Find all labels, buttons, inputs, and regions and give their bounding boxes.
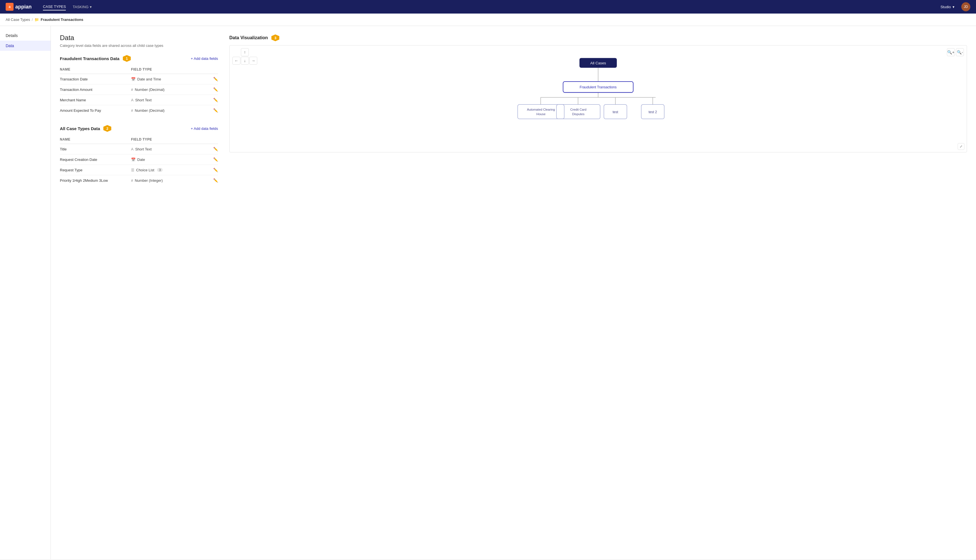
table-row: Priority 1High 2Medium 3Low # Number (In… xyxy=(60,175,218,186)
field-name: Merchant Name xyxy=(60,95,131,105)
viz-title: Data Visualization xyxy=(229,35,268,40)
edit-icon[interactable]: ✏️ xyxy=(213,178,218,183)
edit-icon[interactable]: ✏️ xyxy=(213,168,218,172)
field-name: Request Type xyxy=(60,165,131,175)
sidebar-item-details[interactable]: Details xyxy=(0,30,50,41)
zoom-out-button[interactable]: 🔍- xyxy=(956,48,964,56)
svg-text:test: test xyxy=(612,110,618,114)
nav-left-button[interactable]: ← xyxy=(232,57,240,65)
svg-text:test 2: test 2 xyxy=(648,110,657,114)
avatar[interactable]: JD xyxy=(961,2,970,11)
field-type-cell: # Number (Decimal) xyxy=(131,105,202,116)
nav-down-button[interactable]: ↓ xyxy=(241,57,249,65)
content-area: Data Category level data fields are shar… xyxy=(51,26,976,559)
svg-text:Disputes: Disputes xyxy=(572,112,585,116)
field-type-cell: 📅 Date and Time xyxy=(131,74,202,84)
field-type-label: Number (Decimal) xyxy=(135,108,164,113)
table-row: Transaction Date 📅 Date and Time ✏️ xyxy=(60,74,218,84)
appian-logo: a appian xyxy=(6,3,32,11)
field-name: Transaction Date xyxy=(60,74,131,84)
svg-rect-20 xyxy=(556,105,600,119)
field-type-cell: ☰ Choice List 3 xyxy=(131,165,202,175)
field-type-label: Choice List xyxy=(136,168,154,172)
chevron-down-icon: ▾ xyxy=(953,5,954,9)
field-type-label: Short Text xyxy=(135,98,152,102)
col-header-type-1: Field Type xyxy=(131,66,202,74)
viz-header: Data Visualization 3 xyxy=(229,34,967,42)
col-header-type-2: Field Type xyxy=(131,136,202,144)
right-panel: Data Visualization 3 ↑ ← ↓ xyxy=(229,34,967,551)
page-title: Data xyxy=(60,34,218,42)
hash-icon: # xyxy=(131,88,133,92)
field-name: Priority 1High 2Medium 3Low xyxy=(60,175,131,186)
text-icon: A xyxy=(131,147,133,151)
add-data-fields-fraudulent[interactable]: + Add data fields xyxy=(191,57,218,61)
edit-icon[interactable]: ✏️ xyxy=(213,157,218,162)
table-row: Merchant Name A Short Text ✏️ xyxy=(60,95,218,105)
table-row: Request Creation Date 📅 Date ✏️ xyxy=(60,154,218,165)
section-title-row: Fraudulent Transactions Data 1 xyxy=(60,55,131,62)
field-type-label: Date and Time xyxy=(137,77,161,81)
field-type-cell: A Short Text xyxy=(131,144,202,154)
edit-icon[interactable]: ✏️ xyxy=(213,77,218,81)
breadcrumb-current: 📁 Fraudulent Transactions xyxy=(35,18,83,22)
sidebar-item-data[interactable]: Data xyxy=(0,41,50,51)
breadcrumb-link-all[interactable]: All Case Types xyxy=(6,18,30,22)
field-name: Request Creation Date xyxy=(60,154,131,165)
hash-icon: # xyxy=(131,178,133,183)
table-row: Amount Expected To Pay # Number (Decimal… xyxy=(60,105,218,116)
fraudulent-section: Fraudulent Transactions Data 1 + Add dat… xyxy=(60,55,218,115)
svg-rect-17 xyxy=(518,105,564,119)
svg-text:House: House xyxy=(536,112,546,116)
table-row: Request Type ☰ Choice List 3 ✏️ xyxy=(60,165,218,175)
col-header-action-2 xyxy=(202,136,218,144)
all-cases-data-table: Name Field Type Title A Short Text xyxy=(60,136,218,185)
viz-container: ↑ ← ↓ → 🔍+ 🔍- ⤢ xyxy=(229,45,967,152)
table-row: Title A Short Text ✏️ xyxy=(60,144,218,154)
viz-nav-controls: ↑ ← ↓ → xyxy=(232,48,257,65)
field-type-label: Number (Decimal) xyxy=(135,88,164,92)
section-header-all-cases: All Case Types Data 2 + Add data fields xyxy=(60,125,218,132)
zoom-in-button[interactable]: 🔍+ xyxy=(947,48,955,56)
add-data-fields-all-cases[interactable]: + Add data fields xyxy=(191,127,218,131)
col-header-name-1: Name xyxy=(60,66,131,74)
choice-list-count: 3 xyxy=(157,168,163,172)
table-row: Transaction Amount # Number (Decimal) ✏️ xyxy=(60,84,218,95)
nav-tasking[interactable]: TASKING ▾ xyxy=(73,4,92,10)
field-type-cell: # Number (Decimal) xyxy=(131,84,202,95)
svg-text:Credit Card: Credit Card xyxy=(570,108,586,111)
text-icon: A xyxy=(131,98,133,102)
field-type-cell: 📅 Date xyxy=(131,154,202,165)
calendar-icon: 📅 xyxy=(131,158,135,162)
edit-icon[interactable]: ✏️ xyxy=(213,87,218,92)
breadcrumb-separator: / xyxy=(32,18,33,22)
logo-text: appian xyxy=(15,4,32,10)
fraudulent-data-table: Name Field Type Transaction Date 📅 Date xyxy=(60,66,218,115)
svg-text:2: 2 xyxy=(107,127,108,131)
svg-text:All Cases: All Cases xyxy=(590,61,606,65)
edit-icon[interactable]: ✏️ xyxy=(213,98,218,102)
logo-icon: a xyxy=(6,3,13,11)
section-title-row-2: All Case Types Data 2 xyxy=(60,125,112,132)
field-type-label: Number (Integer) xyxy=(135,178,163,183)
field-type-label: Date xyxy=(137,158,145,162)
page-subtitle: Category level data fields are shared ac… xyxy=(60,43,218,48)
field-name: Transaction Amount xyxy=(60,84,131,95)
studio-button[interactable]: Studio ▾ xyxy=(941,5,954,9)
hash-icon: # xyxy=(131,108,133,113)
edit-icon[interactable]: ✏️ xyxy=(213,147,218,151)
main-layout: Details Data Data Category level data fi… xyxy=(0,26,976,559)
badge-3: 3 xyxy=(271,34,280,42)
nav-right-button[interactable]: → xyxy=(249,57,257,65)
expand-button[interactable]: ⤢ xyxy=(958,143,964,150)
section-header-fraudulent: Fraudulent Transactions Data 1 + Add dat… xyxy=(60,55,218,62)
svg-text:3: 3 xyxy=(274,36,276,40)
svg-text:Automated Clearing: Automated Clearing xyxy=(527,108,555,111)
viz-zoom-controls: 🔍+ 🔍- xyxy=(947,48,964,56)
edit-icon[interactable]: ✏️ xyxy=(213,108,218,113)
list-icon: ☰ xyxy=(131,168,134,172)
nav-up-button[interactable]: ↑ xyxy=(241,48,249,56)
all-cases-section: All Case Types Data 2 + Add data fields xyxy=(60,125,218,185)
sidebar: Details Data xyxy=(0,26,51,559)
nav-case-types[interactable]: CASE TYPES xyxy=(43,3,66,10)
